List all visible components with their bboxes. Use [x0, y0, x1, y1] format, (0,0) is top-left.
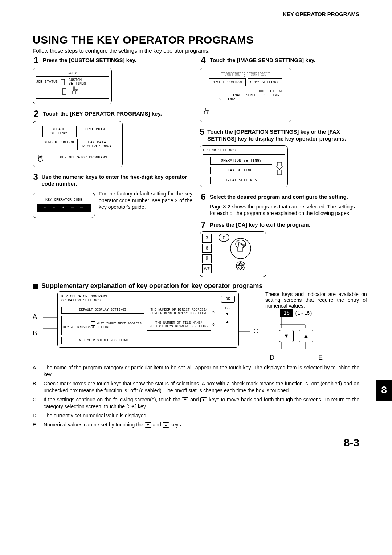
job-status-label: JOB STATUS [36, 80, 58, 84]
panel-key-operator-programs: DEFAULT SETTINGS LIST PRINT SENDER CONTR… [33, 121, 123, 167]
status-display-icon-2 [61, 88, 68, 96]
sender-control-button[interactable]: SENDER CONTROL [41, 139, 78, 150]
value-up-button[interactable]: ▲ [299, 330, 313, 342]
key-6[interactable]: 6 [202, 244, 212, 253]
step-5-title: Touch the [OPERATION SETTINGS] key or th… [207, 127, 359, 142]
label-b: B [33, 329, 43, 337]
def-a-label: A [33, 364, 40, 378]
default-display-settings-button[interactable]: DEFAULT DISPLAY SETTINGS [61, 307, 144, 314]
key-operator-programs-button[interactable]: KEY OPERATOR PROGRAMS [48, 154, 119, 161]
panel-image-send: CONTROL CONTROL DEVICE CONTROL COPY SETT… [200, 68, 291, 122]
svg-text:C: C [222, 236, 225, 241]
direct-address-value: 6 [212, 310, 217, 314]
step-3-number: 3 [33, 173, 39, 187]
doc-filing-setting-button[interactable]: DOC. FILING SETTING [254, 88, 288, 111]
default-settings-button[interactable]: DEFAULT SETTINGS [42, 126, 77, 137]
operation-settings-button[interactable]: OPERATION SETTINGS [210, 157, 272, 165]
hand-pointer-icon [274, 159, 285, 181]
image-send-settings-label: IMAGE SEND SETTINGS [219, 93, 255, 101]
def-e-text: Numerical values can be set by touching … [44, 421, 359, 428]
panel-key-operator-code: KEY OPERATOR CODE ＊ ＊ ＊ ー ー [33, 193, 95, 218]
svg-rect-1 [62, 89, 66, 94]
step-7-title: Press the [CA] key to exit the program. [210, 220, 310, 229]
page-number: 8-3 [33, 437, 359, 449]
numeric-range: (1～15) [295, 311, 313, 316]
value-up-key-icon: ▲ [163, 422, 169, 428]
step-6-title: Select the desired program and configure… [210, 193, 348, 201]
step-1-title: Press the [CUSTOM SETTINGS] key. [43, 56, 136, 65]
ok-button[interactable]: OK [221, 296, 235, 303]
direct-address-keys-button[interactable]: THE NUMBER OF DIRECT ADDRESS/ SENDER KEY… [147, 307, 211, 317]
step-6-body: Page 8-2 shows the programs that can be … [210, 203, 359, 217]
page-up-button[interactable]: 🠝 [223, 311, 232, 318]
supplementary-heading: Supplementary explanation of key operati… [41, 282, 262, 290]
image-send-settings-button[interactable]: IMAGE SEND SETTINGS [203, 88, 252, 111]
step-4-number: 4 [200, 56, 207, 65]
hand-pointer-icon [70, 86, 81, 97]
control-cutoff-1: CONTROL [221, 72, 244, 77]
def-e-label: E [33, 421, 40, 428]
control-cutoff-2: CONTROL [247, 72, 270, 77]
list-print-button[interactable]: LIST PRINT [79, 126, 113, 137]
label-e: E [318, 354, 323, 361]
file-name-value: 6 [212, 323, 217, 327]
chapter-tab: 8 [376, 380, 392, 401]
initial-resolution-button[interactable]: INITIAL RESOLUTION SETTING [61, 337, 144, 344]
step-1-number: 1 [33, 56, 40, 65]
key-3[interactable]: 3 [202, 234, 212, 243]
hand-pointer-icon [36, 152, 45, 163]
screen-title-1: KEY OPERATOR PROGRAMS [61, 295, 107, 299]
def-b-text: Check mark boxes are touch keys that sho… [44, 380, 359, 394]
section-marker-icon [33, 284, 38, 289]
send-settings-title: E SEND SETTINGS [203, 149, 285, 153]
copy-label: COPY [36, 71, 109, 77]
step-2-title: Touch the [KEY OPERATOR PROGRAMS] key. [43, 109, 162, 118]
step-7-number: 7 [200, 220, 207, 229]
key-9[interactable]: 9 [202, 254, 212, 263]
page-up-key-icon: 🠝 [182, 397, 188, 402]
intro-text: Follow these steps to configure the sett… [33, 48, 359, 54]
numeric-value-display: 15 [280, 309, 293, 317]
label-a: A [33, 313, 43, 321]
supplementary-intro-text: These keys and indicator are available o… [265, 291, 367, 309]
page-down-key-icon: 🠟 [200, 397, 207, 402]
ca-key-diagram: C CA [215, 234, 259, 270]
must-input-next-address-label: MUST INPUT NEXT ADDRESS KEY AT BROADCAST… [63, 322, 142, 329]
def-c-label: C [33, 396, 40, 410]
panel-custom-settings: COPY JOB STATUS CUSTOM SETTINGS [33, 68, 112, 104]
step-2-number: 2 [33, 109, 40, 118]
step-5-number: 5 [200, 127, 204, 142]
step-3-body: For the factory default setting for the … [99, 190, 192, 211]
file-name-keys-button[interactable]: THE NUMBER OF FILE NAME/ SUBJECT KEYS DI… [147, 320, 211, 331]
ifax-settings-button[interactable]: I-FAX SETTINGS [210, 177, 272, 184]
step-6-number: 6 [200, 193, 207, 201]
step-4-title: Touch the [IMAGE SEND SETTINGS] key. [210, 56, 315, 65]
copy-settings-button[interactable]: COPY SETTINGS [248, 78, 282, 86]
label-c-connector [239, 299, 253, 349]
de-connector-lines [265, 317, 320, 328]
key-operator-code-label: KEY OPERATOR CODE [37, 198, 91, 202]
label-c: C [253, 328, 258, 335]
panel-keypad: 3 6 9 #/P C CA [200, 231, 266, 277]
def-d-label: D [33, 412, 40, 419]
de-bottom-lines [265, 342, 320, 350]
screen-title-2: OPERATION SETTINGS [61, 299, 107, 303]
hand-pointer-icon [203, 107, 211, 115]
operation-settings-screen: KEY OPERATOR PROGRAMS OPERATION SETTINGS… [57, 291, 239, 348]
def-b-label: B [33, 380, 40, 394]
checkbox-icon[interactable] [91, 321, 95, 326]
fax-data-button[interactable]: FAX DATA RECEIVE/FORWA [80, 139, 114, 150]
running-header: KEY OPERATOR PROGRAMS [33, 11, 359, 19]
fax-settings-button[interactable]: FAX SETTINGS [210, 167, 272, 174]
value-down-button[interactable]: ▼ [279, 330, 294, 342]
page-title: USING THE KEY OPERATOR PROGRAMS [33, 34, 359, 46]
must-input-next-address-button[interactable]: MUST INPUT NEXT ADDRESS KEY AT BROADCAST… [61, 316, 144, 335]
panel-send-settings: E SEND SETTINGS OPERATION SETTINGS FAX S… [200, 145, 288, 187]
label-d: D [270, 354, 274, 361]
device-control-button[interactable]: DEVICE CONTROL [209, 78, 246, 86]
label-connector-lines [43, 299, 57, 349]
def-a-text: The name of the program category or part… [44, 364, 359, 378]
step-3-title: Use the numeric keys to enter the five-d… [42, 173, 192, 187]
key-hash-p[interactable]: #/P [202, 264, 212, 273]
page-down-button[interactable]: 🠟 [223, 319, 232, 326]
